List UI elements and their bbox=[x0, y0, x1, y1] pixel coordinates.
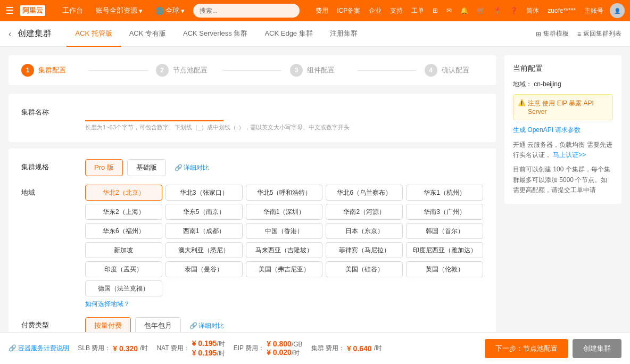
region-btn-3[interactable]: 华北6（乌兰察布） bbox=[326, 185, 403, 201]
bell-icon[interactable]: 🔔 bbox=[458, 7, 470, 14]
page-title: 创建集群 bbox=[18, 28, 52, 39]
tab-ack-dedicated[interactable]: ACK 专有版 bbox=[121, 21, 175, 47]
region-btn-22[interactable]: 美国（弗吉尼亚） bbox=[246, 261, 323, 277]
list-icon: ≡ bbox=[577, 30, 581, 38]
region-btn-20[interactable]: 印度（孟买） bbox=[85, 261, 162, 277]
nav-cost[interactable]: 费用 bbox=[313, 6, 330, 15]
region-btn-19[interactable]: 印度尼西亚（雅加达） bbox=[406, 242, 483, 258]
tab-ack-managed[interactable]: ACK 托管版 bbox=[67, 21, 120, 47]
auth-text: 开通 云服务器，负载均衡 需要先进行实名认证， 马上认证>> bbox=[513, 140, 613, 160]
slb-price-value: ¥ 0.320 bbox=[113, 344, 138, 353]
menu-icon[interactable]: ☰ bbox=[5, 5, 14, 16]
lang-btn[interactable]: 简体 bbox=[524, 6, 541, 15]
message-icon[interactable]: ✉ bbox=[444, 7, 454, 14]
current-config-title: 当前配置 bbox=[513, 64, 613, 73]
region-btn-13[interactable]: 日本（东京） bbox=[326, 223, 403, 239]
region-btn-10[interactable]: 华东6（福州） bbox=[85, 223, 162, 239]
region-btn-6[interactable]: 华东5（南京） bbox=[165, 204, 243, 220]
region-btn-18[interactable]: 菲律宾（马尼拉） bbox=[326, 242, 403, 258]
tab-ack-edge[interactable]: ACK Edge 集群 bbox=[256, 21, 321, 47]
search-input[interactable] bbox=[193, 4, 300, 18]
region-btn-24[interactable]: 英国（伦敦） bbox=[406, 261, 483, 277]
step-2-circle: 2 bbox=[156, 64, 169, 77]
step-1-circle: 1 bbox=[21, 64, 34, 77]
openapi-link[interactable]: 生成 OpenAPI 请求参数 bbox=[513, 126, 613, 135]
cluster-price: 集群 费用： ¥ 0.640 /时 bbox=[311, 344, 382, 353]
location-icon[interactable]: 📍 bbox=[491, 7, 503, 14]
region-btn-12[interactable]: 中国（香港） bbox=[246, 223, 323, 239]
region-btn-15[interactable]: 新加坡 bbox=[85, 242, 162, 258]
cluster-template-btn[interactable]: ⊞ 集群模板 bbox=[536, 29, 569, 38]
nav-logo: 阿里云 bbox=[20, 5, 45, 16]
region-grid: 华北2（北京） 华北3（张家口） 华北5（呼和浩特） 华北6（乌兰察布） 华东1… bbox=[85, 185, 483, 296]
region-btn-8[interactable]: 华南2（河源） bbox=[326, 204, 403, 220]
eip-price-stack: ¥ 0.800/GB ¥ 0.020/时 bbox=[267, 340, 302, 358]
region-btn-16[interactable]: 澳大利亚（悉尼） bbox=[165, 242, 243, 258]
step-4-circle: 4 bbox=[425, 64, 437, 77]
footer-buttons: 下一步：节点池配置 创建集群 bbox=[485, 339, 621, 358]
step-line-1 bbox=[88, 70, 147, 71]
back-button[interactable]: ‹ bbox=[9, 29, 11, 39]
region-btn-7[interactable]: 华南1（深圳） bbox=[246, 204, 323, 220]
step-4: 4 确认配置 bbox=[425, 64, 483, 77]
step-3: 3 组件配置 bbox=[290, 64, 349, 77]
step-2-label: 节点池配置 bbox=[173, 65, 208, 75]
slb-price-unit: /时 bbox=[140, 344, 148, 353]
region-btn-14[interactable]: 韩国（首尔） bbox=[406, 223, 483, 239]
help-icon[interactable]: ❓ bbox=[508, 7, 520, 14]
region-btn-23[interactable]: 美国（硅谷） bbox=[326, 261, 403, 277]
nav-workbench[interactable]: 工作台 bbox=[58, 6, 87, 15]
nav-global[interactable]: 🌐 全球 ▾ bbox=[151, 6, 189, 15]
region-btn-21[interactable]: 泰国（曼谷） bbox=[165, 261, 243, 277]
user-role: 主账号 bbox=[582, 6, 606, 15]
region-btn-0[interactable]: 华北2（北京） bbox=[85, 185, 162, 201]
nav-enterprise[interactable]: 企业 bbox=[367, 6, 384, 15]
region-btn-11[interactable]: 西南1（成都） bbox=[165, 223, 243, 239]
username: zuofe***** bbox=[545, 7, 578, 14]
tab-ack-serverless[interactable]: ACK Serverless 集群 bbox=[175, 21, 256, 47]
sub-nav-right: ⊞ 集群模板 ≡ 返回集群列表 bbox=[536, 29, 621, 38]
payment-detail-link[interactable]: 🔗 详细对比 bbox=[189, 321, 224, 330]
auth-link[interactable]: 马上认证>> bbox=[553, 151, 586, 159]
nat-price-stack: ¥ 0.195/时 ¥ 0.195/时 bbox=[192, 339, 225, 358]
back-list-btn[interactable]: ≡ 返回集群列表 bbox=[577, 29, 621, 38]
nav-ticket[interactable]: 工单 bbox=[409, 6, 426, 15]
nav-account[interactable]: 账号全部资源 ▾ bbox=[92, 6, 147, 15]
spec-detail-link[interactable]: 🔗 详细对比 bbox=[175, 163, 209, 172]
region-btn-17[interactable]: 马来西亚（吉隆坡） bbox=[246, 242, 323, 258]
cluster-spec-label: 集群规格 bbox=[21, 159, 85, 172]
create-cluster-button[interactable]: 创建集群 bbox=[573, 339, 621, 358]
spec-pro-btn[interactable]: Pro 版 bbox=[85, 159, 123, 176]
step-line-2 bbox=[223, 70, 281, 71]
tab-registered[interactable]: 注册集群 bbox=[321, 21, 366, 47]
step-1-label: 集群配置 bbox=[38, 65, 66, 75]
region-btn-1[interactable]: 华北3（张家口） bbox=[165, 185, 243, 201]
step-3-circle: 3 bbox=[290, 64, 303, 77]
region-btn-4[interactable]: 华东1（杭州） bbox=[406, 185, 483, 201]
main-layout: 1 集群配置 2 节点池配置 3 组件配置 4 确认配置 集群名称 bbox=[0, 47, 630, 364]
cluster-name-section: 集群名称 长度为1~63个字节，可包含数字、下划线（_）成中划线（-），需以英文… bbox=[9, 94, 496, 142]
region-label: 地域 bbox=[21, 185, 85, 197]
sub-nav: ‹ 创建集群 ACK 托管版 ACK 专有版 ACK Serverless 集群… bbox=[0, 21, 630, 47]
cluster-price-unit: /时 bbox=[374, 344, 382, 353]
next-step-button[interactable]: 下一步：节点池配置 bbox=[485, 339, 568, 358]
top-nav: ☰ 阿里云 工作台 账号全部资源 ▾ 🌐 全球 ▾ 费用 ICP备案 企业 支持… bbox=[0, 0, 630, 21]
sidebar: 当前配置 地域： cn-beijing ⚠️ 注意 使用 EIP 暴露 API … bbox=[504, 55, 621, 364]
avatar[interactable]: 👤 bbox=[610, 3, 625, 18]
region-btn-2[interactable]: 华北5（呼和浩特） bbox=[246, 185, 323, 201]
warning-box: ⚠️ 注意 使用 EIP 暴露 API Server bbox=[513, 94, 613, 120]
region-btn-9[interactable]: 华南3（广州） bbox=[406, 204, 483, 220]
how-to-choose-region[interactable]: 如何选择地域？ bbox=[85, 300, 130, 309]
cart-icon[interactable]: 🛒 bbox=[475, 7, 487, 14]
nav-support[interactable]: 支持 bbox=[388, 6, 405, 15]
spec-basic-btn[interactable]: 基础版 bbox=[127, 159, 166, 176]
region-btn-25[interactable]: 德国（法兰克福） bbox=[85, 280, 162, 296]
nav-icp[interactable]: ICP备案 bbox=[335, 6, 362, 15]
region-btn-5[interactable]: 华东2（上海） bbox=[85, 204, 162, 220]
cluster-name-hint: 长度为1~63个字节，可包含数字、下划线（_）成中划线（-），需以英文大小写字母… bbox=[85, 123, 483, 131]
cluster-name-input[interactable] bbox=[85, 104, 223, 121]
price-desc-link[interactable]: 🔗 容器服务计费说明 bbox=[9, 344, 69, 353]
grid-icon[interactable]: ⊞ bbox=[430, 7, 440, 14]
warning-icon: ⚠️ bbox=[518, 99, 526, 106]
cluster-spec-control: Pro 版 基础版 🔗 详细对比 bbox=[85, 159, 483, 176]
